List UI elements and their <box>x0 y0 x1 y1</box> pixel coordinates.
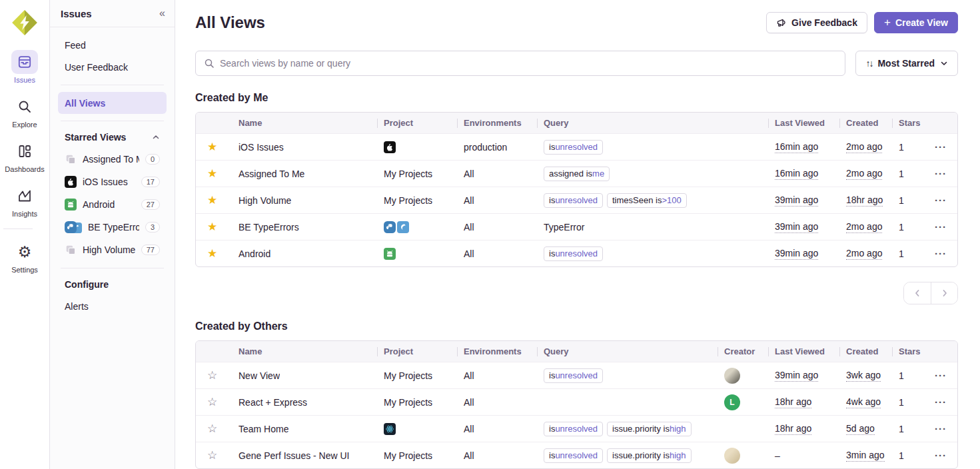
row-actions-button[interactable]: ··· <box>935 222 947 232</box>
starred-views-list: Assigned To Me0iOS Issues17Android27BE T… <box>58 148 167 261</box>
last-viewed-value: – <box>775 450 780 461</box>
chevron-right-icon <box>940 288 949 298</box>
stars-count: 1 <box>899 450 904 461</box>
divider <box>61 268 164 268</box>
view-name-link[interactable]: React + Express <box>239 397 307 408</box>
starred-view-item[interactable]: iOS Issues17 <box>58 171 167 193</box>
created-value: 2mo ago <box>846 248 882 260</box>
query-token: timesSeen is >100 <box>607 193 687 208</box>
table-row: ★AndroidAllis unresolved39min ago2mo ago… <box>196 240 957 266</box>
starred-views-header[interactable]: Starred Views <box>58 128 167 148</box>
chevron-up-icon <box>152 133 160 141</box>
row-actions-button[interactable]: ··· <box>935 142 947 152</box>
project-label: My Projects <box>384 195 432 206</box>
project-icon-pair <box>65 221 82 233</box>
view-name-link[interactable]: iOS Issues <box>239 142 284 153</box>
project-label: My Projects <box>384 450 432 461</box>
search-icon <box>204 58 215 69</box>
star-toggle-icon[interactable]: ☆ <box>207 370 217 381</box>
column-header: Project <box>377 346 457 356</box>
next-page-button[interactable] <box>931 282 957 304</box>
last-viewed-value: 16min ago <box>775 141 818 153</box>
sidebar-title: Issues <box>61 8 92 19</box>
sidebar-nav: FeedUser Feedback <box>58 34 167 78</box>
star-toggle-icon[interactable]: ☆ <box>207 423 217 434</box>
star-toggle-icon[interactable]: ☆ <box>207 450 217 461</box>
rail-items: IssuesExploreDashboardsInsights⚙Settings <box>3 50 46 284</box>
app-logo-icon[interactable] <box>11 9 39 37</box>
my-projects-icon <box>65 244 77 256</box>
collapse-sidebar-icon[interactable]: « <box>159 7 164 19</box>
column-header: Environments <box>457 118 537 128</box>
rail-item-explore[interactable]: Explore <box>3 95 46 129</box>
issue-count-badge: 17 <box>141 177 160 187</box>
star-toggle-icon[interactable]: ★ <box>207 141 217 153</box>
issue-count-badge: 77 <box>141 244 160 255</box>
sidebar-item-user-feedback[interactable]: User Feedback <box>58 56 167 78</box>
view-name-link[interactable]: BE TypeErrors <box>239 222 299 233</box>
star-toggle-icon[interactable]: ★ <box>207 248 217 259</box>
row-actions-button[interactable]: ··· <box>935 424 947 434</box>
last-viewed-value: 39min ago <box>775 370 818 382</box>
view-name-link[interactable]: High Volume <box>239 195 291 206</box>
column-header: Query <box>537 118 768 128</box>
rail-item-dashboards[interactable]: Dashboards <box>3 139 46 173</box>
chevron-left-icon <box>913 288 922 298</box>
created-by-others-heading: Created by Others <box>195 320 958 332</box>
create-view-button[interactable]: + Create View <box>874 12 958 33</box>
sort-dropdown-button[interactable]: ↑↓ Most Starred <box>855 51 958 76</box>
sidebar-item-all-views[interactable]: All Views <box>58 92 167 114</box>
created-value: 2mo ago <box>846 168 882 180</box>
starred-view-item[interactable]: High Volume77 <box>58 238 167 261</box>
column-header: Last Viewed <box>768 346 839 356</box>
row-actions-button[interactable]: ··· <box>935 397 947 407</box>
stars-count: 1 <box>899 424 904 434</box>
configure-label: Configure <box>65 279 109 290</box>
starred-view-item[interactable]: Android27 <box>58 193 167 216</box>
query-text: TypeError <box>544 222 584 233</box>
created-by-me-table: NameProjectEnvironmentsQueryLast ViewedC… <box>195 112 958 267</box>
rail-item-insights[interactable]: Insights <box>3 184 46 218</box>
search-views-box <box>195 51 845 76</box>
rail-item-label: Insights <box>12 210 37 218</box>
rail-item-issues[interactable]: Issues <box>3 50 46 84</box>
sidebar-item-alerts[interactable]: Alerts <box>58 295 167 317</box>
star-toggle-icon[interactable]: ★ <box>207 168 217 179</box>
view-name-link[interactable]: Android <box>239 248 270 259</box>
row-actions-button[interactable]: ··· <box>935 370 947 380</box>
divider <box>61 121 164 121</box>
rail-item-settings[interactable]: ⚙Settings <box>3 240 46 274</box>
row-actions-button[interactable]: ··· <box>935 195 947 205</box>
star-toggle-icon[interactable]: ☆ <box>207 396 217 408</box>
view-name-link[interactable]: Assigned To Me <box>239 169 304 179</box>
column-header: Creator <box>718 346 768 356</box>
prev-page-button[interactable] <box>904 282 931 304</box>
row-actions-button[interactable]: ··· <box>935 450 947 460</box>
last-viewed-value: 39min ago <box>775 221 818 233</box>
starred-view-item[interactable]: BE TypeErrors3 <box>58 216 167 238</box>
python-alt-icon <box>397 221 409 233</box>
android-icon <box>384 248 396 260</box>
view-name-link[interactable]: New View <box>239 370 280 381</box>
configure-header: Configure <box>58 275 167 295</box>
column-header: Created <box>839 346 892 356</box>
environments-label: All <box>464 248 474 259</box>
starred-view-label: BE TypeErrors <box>88 222 139 233</box>
row-actions-button[interactable]: ··· <box>935 169 947 179</box>
environments-label: All <box>464 195 474 206</box>
last-viewed-value: 18hr ago <box>775 396 811 408</box>
view-name-link[interactable]: Gene Perf Issues - New UI <box>239 450 350 461</box>
give-feedback-button[interactable]: Give Feedback <box>766 12 867 33</box>
star-toggle-icon[interactable]: ★ <box>207 221 217 233</box>
stars-count: 1 <box>899 222 904 233</box>
project-label: My Projects <box>384 397 432 408</box>
sidebar-item-feed[interactable]: Feed <box>58 34 167 56</box>
last-viewed-value: 39min ago <box>775 248 818 260</box>
created-value: 3wk ago <box>846 370 881 382</box>
star-toggle-icon[interactable]: ★ <box>207 195 217 206</box>
view-name-link[interactable]: Team Home <box>239 424 288 434</box>
row-actions-button[interactable]: ··· <box>935 248 947 258</box>
starred-view-item[interactable]: Assigned To Me0 <box>58 148 167 171</box>
divider <box>61 85 164 85</box>
search-views-input[interactable] <box>220 58 837 69</box>
